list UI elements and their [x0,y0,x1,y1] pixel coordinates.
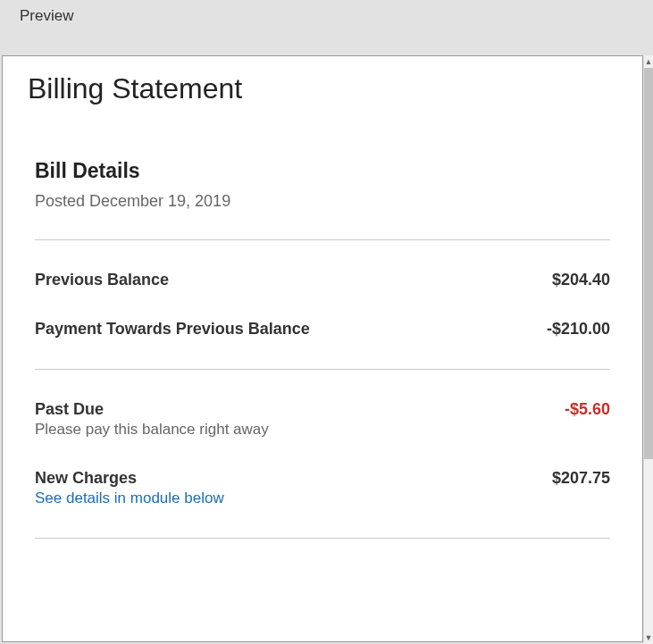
scroll-down-arrow-icon[interactable]: ▼ [644,631,653,644]
page-title: Billing Statement [28,72,617,105]
new-charges-row: New Charges $207.75 [35,469,610,488]
new-charges-label: New Charges [35,469,137,488]
divider [35,239,610,240]
divider [35,369,610,370]
section-title: Bill Details [35,159,610,183]
past-due-value: -$5.60 [565,400,610,419]
scrollbar-thumb[interactable] [644,55,653,459]
bill-details-section: Bill Details Posted December 19, 2019 Pr… [28,159,617,539]
new-charges-block: New Charges $207.75 See details in modul… [35,469,610,507]
past-due-note: Please pay this balance right away [35,421,610,439]
preview-header: Preview [0,0,653,55]
previous-balance-value: $204.40 [552,271,610,289]
payment-towards-value: -$210.00 [547,320,610,339]
payment-towards-label: Payment Towards Previous Balance [35,320,310,339]
new-charges-value: $207.75 [552,469,610,488]
past-due-row: Past Due -$5.60 [35,400,610,419]
scrollbar-track[interactable] [644,55,653,642]
new-charges-link[interactable]: See details in module below [35,489,610,507]
divider [35,538,610,539]
scroll-up-arrow-icon[interactable]: ▲ [644,55,653,68]
preview-title: Preview [20,7,653,25]
previous-balance-row: Previous Balance $204.40 [35,271,610,289]
previous-balance-label: Previous Balance [35,271,169,289]
posted-date: Posted December 19, 2019 [35,192,610,211]
past-due-label: Past Due [35,400,104,419]
payment-towards-row: Payment Towards Previous Balance -$210.0… [35,320,610,339]
content-wrapper: Billing Statement Bill Details Posted De… [0,55,653,644]
past-due-block: Past Due -$5.60 Please pay this balance … [35,400,610,439]
document-frame: Billing Statement Bill Details Posted De… [2,55,643,642]
